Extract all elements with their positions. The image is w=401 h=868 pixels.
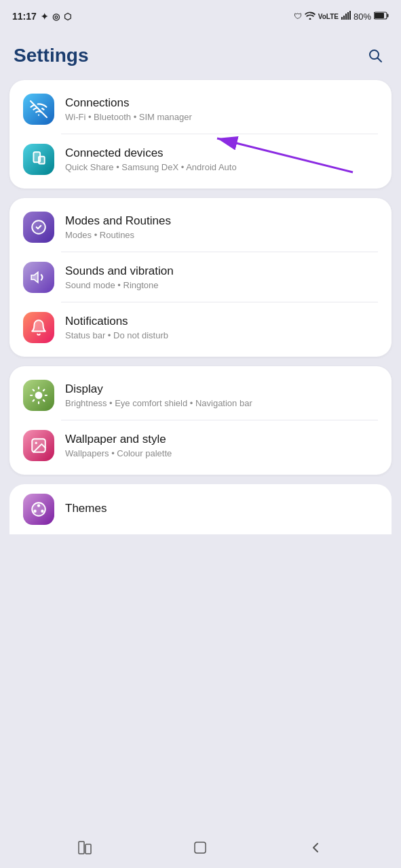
svg-line-19	[33, 390, 35, 391]
status-time-icons: 11:17 ✦ ◎ ⬡	[12, 11, 71, 22]
sounds-vibration-item[interactable]: Sounds and vibration Sound mode • Ringto…	[9, 252, 392, 302]
svg-point-28	[37, 504, 40, 507]
notifications-icon	[23, 312, 54, 343]
svg-rect-33	[195, 842, 206, 853]
display-text: Display Brightness • Eye comfort shield …	[65, 382, 378, 408]
time-display: 11:17	[12, 11, 37, 22]
svg-rect-1	[343, 16, 345, 20]
notifications-subtitle: Status bar • Do not disturb	[65, 330, 378, 340]
svg-rect-11	[39, 157, 45, 164]
connections-icon	[23, 94, 54, 125]
themes-title: Themes	[65, 502, 378, 515]
status-right-icons: 🛡 VoLTE 80%	[294, 11, 389, 22]
modes-routines-title: Modes and Routines	[65, 214, 378, 228]
themes-text: Themes	[65, 502, 378, 517]
battery-icon	[374, 12, 389, 22]
modes-routines-text: Modes and Routines Modes • Routines	[65, 214, 378, 240]
shield-icon: 🛡	[294, 12, 302, 21]
page-title: Settings	[14, 45, 88, 66]
svg-rect-32	[85, 844, 91, 854]
recent-apps-button[interactable]	[70, 833, 100, 863]
svg-rect-31	[79, 842, 84, 854]
notifications-text: Notifications Status bar • Do not distur…	[65, 315, 378, 340]
card-display-wallpaper: Display Brightness • Eye comfort shield …	[9, 366, 392, 475]
wallpaper-text: Wallpaper and style Wallpapers • Colour …	[65, 433, 378, 458]
display-title: Display	[65, 382, 378, 396]
svg-rect-7	[375, 13, 384, 18]
modes-routines-item[interactable]: Modes and Routines Modes • Routines	[9, 202, 392, 252]
display-icon	[23, 380, 54, 411]
svg-line-23	[33, 400, 35, 401]
connected-devices-item[interactable]: Connected devices Quick Share • Samsung …	[9, 134, 392, 184]
grid-icon: ✦	[41, 12, 48, 22]
signal-icon	[341, 11, 351, 22]
connected-devices-icon	[23, 144, 54, 175]
wallpaper-subtitle: Wallpapers • Colour palette	[65, 448, 378, 458]
display-item[interactable]: Display Brightness • Eye comfort shield …	[9, 370, 392, 420]
modes-routines-icon	[23, 212, 54, 243]
back-button[interactable]	[301, 833, 331, 863]
card-connections: Connections Wi-Fi • Bluetooth • SIM mana…	[9, 80, 392, 189]
notifications-item[interactable]: Notifications Status bar • Do not distur…	[9, 302, 392, 353]
settings-header: Settings	[9, 37, 392, 80]
svg-marker-15	[31, 272, 38, 282]
wifi-icon	[305, 11, 316, 22]
svg-point-16	[35, 392, 43, 399]
card-modes-sounds: Modes and Routines Modes • Routines Soun…	[9, 198, 392, 357]
connected-devices-title: Connected devices	[65, 146, 378, 160]
sounds-vibration-title: Sounds and vibration	[65, 264, 378, 278]
connections-subtitle: Wi-Fi • Bluetooth • SIM manager	[65, 112, 378, 122]
sounds-vibration-subtitle: Sound mode • Ringtone	[65, 280, 378, 290]
battery-percent: 80%	[354, 12, 371, 22]
themes-icon	[23, 494, 54, 525]
svg-line-9	[378, 58, 382, 62]
wallpaper-title: Wallpaper and style	[65, 433, 378, 446]
bottom-navigation	[0, 827, 401, 868]
themes-item-partial[interactable]: Themes	[9, 484, 392, 534]
wallpaper-icon	[23, 430, 54, 461]
connected-devices-subtitle: Quick Share • Samsung DeX • Android Auto	[65, 162, 378, 172]
svg-line-20	[43, 400, 45, 401]
instagram-icon: ◎	[52, 12, 60, 22]
svg-point-30	[33, 510, 36, 513]
sounds-vibration-text: Sounds and vibration Sound mode • Ringto…	[65, 264, 378, 290]
svg-point-29	[41, 510, 43, 513]
settings-content: Settings Connections Wi-Fi • Bluetooth •…	[0, 30, 401, 827]
svg-line-24	[43, 390, 45, 391]
svg-rect-2	[345, 14, 347, 20]
svg-rect-4	[349, 11, 351, 20]
connections-title: Connections	[65, 96, 378, 110]
svg-rect-6	[387, 14, 389, 17]
svg-rect-3	[347, 12, 349, 20]
notifications-title: Notifications	[65, 315, 378, 328]
wallpaper-item[interactable]: Wallpaper and style Wallpapers • Colour …	[9, 420, 392, 471]
svg-rect-0	[341, 17, 343, 20]
svg-point-26	[35, 442, 37, 444]
volte-icon: VoLTE	[318, 13, 339, 20]
gallery-icon: ⬡	[64, 12, 71, 22]
status-bar: 11:17 ✦ ◎ ⬡ 🛡 VoLTE 80%	[0, 0, 401, 30]
connected-devices-text: Connected devices Quick Share • Samsung …	[65, 146, 378, 172]
connections-text: Connections Wi-Fi • Bluetooth • SIM mana…	[65, 96, 378, 122]
sounds-vibration-icon	[23, 262, 54, 293]
connections-item[interactable]: Connections Wi-Fi • Bluetooth • SIM mana…	[9, 84, 392, 134]
search-button[interactable]	[363, 43, 387, 68]
home-button[interactable]	[185, 833, 215, 863]
modes-routines-subtitle: Modes • Routines	[65, 230, 378, 240]
display-subtitle: Brightness • Eye comfort shield • Naviga…	[65, 398, 378, 408]
